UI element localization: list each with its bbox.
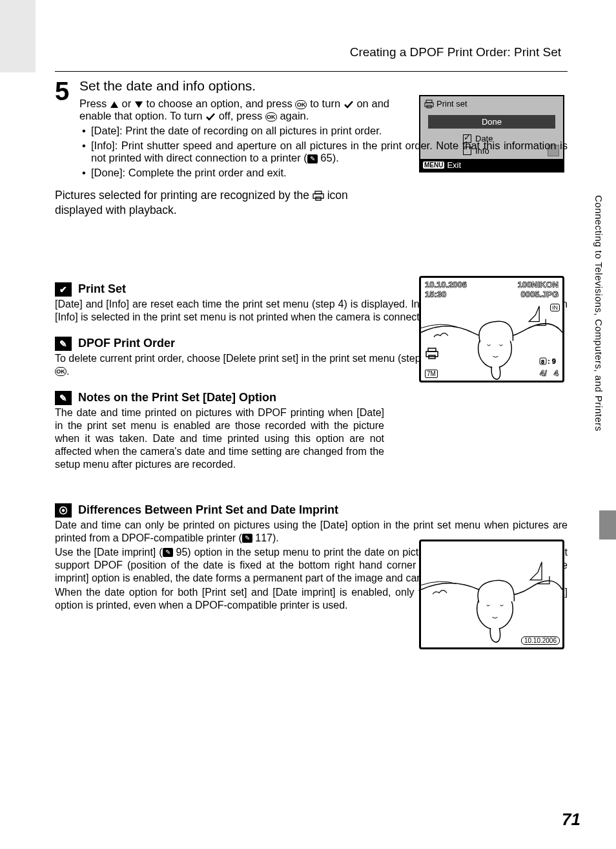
header-rule [55, 71, 568, 72]
screen2-file: 0005.JPG [517, 290, 559, 300]
section-notes-head: ✎ Notes on the Print Set [Date] Option [55, 391, 568, 405]
section-diff-head: ⦿ Differences Between Print Set and Date… [55, 503, 568, 518]
screen1-title: Print set [436, 99, 467, 109]
screen2-quality: 8: 9 [539, 355, 559, 366]
up-triangle-icon [110, 101, 119, 109]
screen2-size: 7M [425, 370, 438, 378]
check-icon [205, 112, 216, 121]
pencil-badge-icon: ✎ [55, 337, 72, 351]
print-order-icon [425, 347, 439, 362]
post-step-text: Pictures selected for printing are recog… [55, 188, 378, 218]
magnifier-badge-icon: ⦿ [55, 503, 72, 518]
svg-marker-11 [135, 101, 143, 108]
page-ref-icon: ✎ [163, 548, 173, 557]
page-header-title: Creating a DPOF Print Order: Print Set [55, 45, 568, 59]
svg-rect-0 [426, 100, 432, 103]
step-title: Set the date and info options. [79, 78, 568, 94]
section-notes-body: The date and time printed on pictures wi… [55, 406, 384, 471]
svg-marker-10 [110, 101, 118, 108]
screen2-date: 10.10.2006 [425, 280, 467, 290]
svg-text:8: 8 [541, 359, 544, 365]
svg-text:: 9: : 9 [548, 357, 556, 365]
scene-illustration [421, 541, 562, 647]
pencil-badge-icon: ✎ [55, 391, 72, 405]
ok-button-icon: OK [265, 112, 277, 121]
bullet-done: [Done]: Complete the print order and exi… [82, 167, 568, 179]
page-number: 71 [562, 810, 580, 830]
print-order-icon [313, 191, 324, 201]
down-triangle-icon [134, 101, 143, 109]
ok-button-icon: OK [295, 100, 307, 109]
section-print-set-title: Print Set [78, 282, 126, 296]
screen2-in-badge: IN [550, 304, 560, 311]
check-icon [344, 100, 354, 109]
screen-date-stamp-preview: 10.10.2006 [419, 540, 564, 649]
page-ref-icon: ✎ [242, 534, 252, 543]
section-dpof-title: DPOF Print Order [78, 337, 175, 350]
screen-playback-preview: 10.10.2006 15:30 100NIKON 0005.JPG IN 7M… [419, 276, 564, 383]
svg-rect-5 [426, 351, 438, 357]
screen2-count: 4/ 4 [540, 368, 559, 378]
bullet-date: [Date]: Print the date of recording on a… [82, 125, 392, 137]
date-stamp: 10.10.2006 [521, 636, 560, 645]
step-intro: Press or to choose an option, and press … [79, 98, 389, 122]
bullet-info: [Info]: Print shutter speed and aperture… [82, 140, 568, 164]
svg-rect-1 [425, 103, 433, 107]
section-notes-title: Notes on the Print Set [Date] Option [78, 391, 276, 404]
ok-button-icon: OK [55, 367, 67, 376]
page-ref-icon: ✎ [307, 154, 318, 163]
svg-rect-13 [313, 194, 323, 198]
screen1-done-row: Done [428, 115, 555, 129]
screen2-time: 15:30 [425, 290, 467, 300]
screen2-folder: 100NIKON [517, 280, 559, 290]
checkmark-badge-icon: ✔ [55, 282, 72, 297]
print-icon [424, 100, 434, 109]
section-diff-title: Differences Between Print Set and Date I… [78, 503, 338, 517]
